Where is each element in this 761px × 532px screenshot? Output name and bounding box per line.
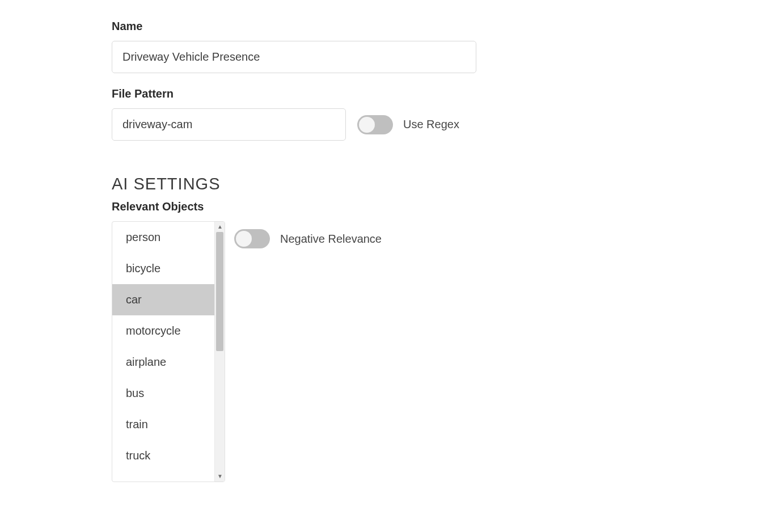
use-regex-toggle[interactable] <box>357 115 393 134</box>
scrollbar-down-arrow-icon[interactable]: ▼ <box>215 471 225 482</box>
name-input[interactable] <box>112 41 476 73</box>
negative-relevance-toggle-wrap: Negative Relevance <box>234 229 382 248</box>
listbox-scrollbar[interactable]: ▲ ▼ <box>214 222 225 482</box>
file-pattern-field-group: File Pattern Use Regex <box>112 87 761 141</box>
relevant-objects-listbox[interactable]: personbicyclecarmotorcycleairplanebustra… <box>112 221 225 482</box>
relevant-objects-label: Relevant Objects <box>112 200 761 213</box>
listbox-item-person[interactable]: person <box>112 222 214 253</box>
listbox-item-car[interactable]: car <box>112 284 214 315</box>
negative-relevance-toggle[interactable] <box>234 229 270 248</box>
listbox-item-bus[interactable]: bus <box>112 378 214 409</box>
negative-relevance-label: Negative Relevance <box>280 233 382 246</box>
use-regex-label: Use Regex <box>403 118 459 131</box>
ai-settings-section: AI SETTINGS Relevant Objects personbicyc… <box>112 175 761 482</box>
listbox-item-airplane[interactable]: airplane <box>112 347 214 378</box>
use-regex-toggle-wrap: Use Regex <box>357 115 459 134</box>
file-pattern-row: Use Regex <box>112 108 761 141</box>
scrollbar-thumb[interactable] <box>216 232 223 351</box>
file-pattern-input[interactable] <box>112 108 346 141</box>
file-pattern-label: File Pattern <box>112 87 761 100</box>
listbox-item-motorcycle[interactable]: motorcycle <box>112 315 214 347</box>
listbox-item-bicycle[interactable]: bicycle <box>112 253 214 284</box>
toggle-knob <box>359 117 375 133</box>
relevant-objects-row: personbicyclecarmotorcycleairplanebustra… <box>112 221 761 482</box>
listbox-items: personbicyclecarmotorcycleairplanebustra… <box>112 222 214 482</box>
name-label: Name <box>112 20 761 33</box>
ai-settings-heading: AI SETTINGS <box>112 175 761 193</box>
scrollbar-up-arrow-icon[interactable]: ▲ <box>215 222 225 232</box>
name-field-group: Name <box>112 20 761 73</box>
toggle-knob <box>236 231 252 247</box>
listbox-item-train[interactable]: train <box>112 409 214 440</box>
listbox-item-truck[interactable]: truck <box>112 440 214 471</box>
